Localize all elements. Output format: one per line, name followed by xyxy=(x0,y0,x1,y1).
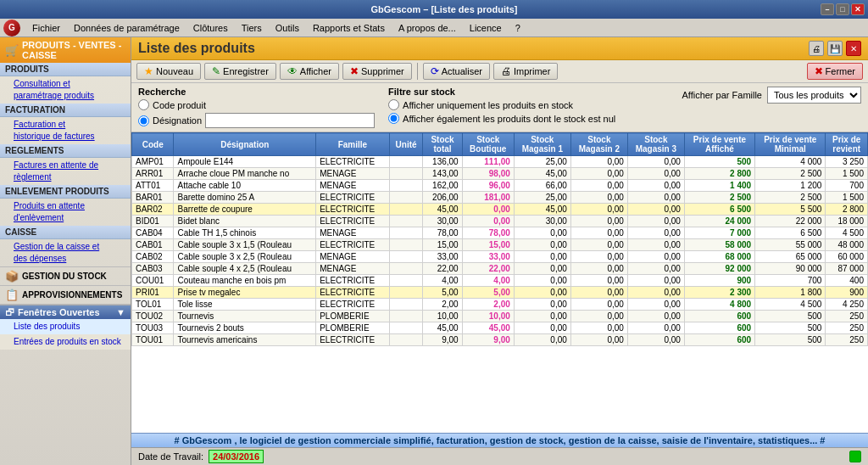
close-button[interactable]: ✕ xyxy=(851,3,865,15)
table-cell-0: TOU03 xyxy=(132,322,174,334)
nouveau-button[interactable]: ★ Nouveau xyxy=(136,63,201,80)
table-cell-5: 10,00 xyxy=(462,311,514,322)
table-row[interactable]: ARR01Arrache cloue PM manche noMENAGE143… xyxy=(132,168,868,180)
filtre2-input[interactable] xyxy=(388,113,399,124)
table-row[interactable]: TOL01Tole lisseELECTRICITE2,002,000,000,… xyxy=(132,299,868,311)
table-cell-11: 250 xyxy=(826,322,868,334)
radio-code-input[interactable] xyxy=(138,99,149,110)
menu-rapports[interactable]: Rapports et Stats xyxy=(306,19,392,37)
col-stock-boutique: StockBoutique xyxy=(462,133,514,156)
table-cell-0: CAB01 xyxy=(132,239,174,251)
menu-outils[interactable]: Outils xyxy=(269,19,306,37)
table-cell-3 xyxy=(389,156,423,168)
table-cell-11: 1 500 xyxy=(826,192,868,204)
maximize-button[interactable]: □ xyxy=(836,3,849,15)
table-row[interactable]: AMP01Ampoule E144ELECTRICITE136,00111,00… xyxy=(132,156,868,168)
menu-clotures[interactable]: Clôtures xyxy=(186,19,235,37)
minimize-button[interactable]: – xyxy=(821,3,834,15)
sidebar-item-gestion-stock[interactable]: 📦 GESTION DU STOCK xyxy=(0,267,131,286)
table-cell-2: PLOMBERIE xyxy=(316,311,389,322)
filtre1-row: Afficher uniquement les produits en stoc… xyxy=(388,99,615,110)
table-cell-3 xyxy=(389,275,423,287)
table-cell-11: 400 xyxy=(826,275,868,287)
sidebar-item-facturation[interactable]: Facturation ethistorique de factures xyxy=(0,117,131,144)
table-cell-6: 0,00 xyxy=(514,299,570,311)
table-row[interactable]: TOU02TournevisPLOMBERIE10,0010,000,000,0… xyxy=(132,311,868,322)
table-cell-6: 45,00 xyxy=(514,204,570,216)
col-prix-minimal: Prix de venteMinimal xyxy=(755,133,826,156)
sidebar-subheader-produits: PRODUITS xyxy=(0,63,131,76)
header-print-icon[interactable]: 🖨 xyxy=(809,41,824,56)
table-cell-4: 9,00 xyxy=(423,334,462,346)
menu-aide[interactable]: ? xyxy=(509,19,527,37)
table-container[interactable]: Code Désignation Famille Unité Stocktota… xyxy=(131,132,868,433)
table-cell-4: 136,00 xyxy=(423,156,462,168)
table-cell-2: MENAGE xyxy=(316,263,389,275)
table-row[interactable]: CAB02Cable souple 3 x 2,5 (RouleauMENAGE… xyxy=(132,251,868,263)
table-cell-3 xyxy=(389,216,423,227)
sidebar-item-enlevement[interactable]: Produits en attented'enlèvement xyxy=(0,199,131,226)
table-cell-10: 5 500 xyxy=(755,204,826,216)
menu-donnees[interactable]: Données de paramétrage xyxy=(67,19,186,37)
table-cell-4: 15,00 xyxy=(423,239,462,251)
sidebar-item-reglements[interactable]: Factures en attente derèglement xyxy=(0,158,131,185)
sidebar-header-produits-ventes: 🛒 PRODUITS - VENTES - CAISSE xyxy=(0,37,131,63)
table-row[interactable]: CAB03Cable souple 4 x 2,5 (RouleauMENAGE… xyxy=(132,263,868,275)
sidebar-item-approvisionnements[interactable]: 📋 APPROVISIONNEMENTS xyxy=(0,286,131,305)
imprimer-button[interactable]: 🖨 Imprimer xyxy=(493,63,558,80)
table-row[interactable]: TOU03Tournevis 2 boutsPLOMBERIE45,0045,0… xyxy=(132,322,868,334)
filtre1-label: Afficher uniquement les produits en stoc… xyxy=(403,100,573,110)
table-cell-7: 0,00 xyxy=(570,192,627,204)
afficher-button[interactable]: 👁 Afficher xyxy=(280,63,339,80)
table-row[interactable]: TOU01Tournevis americainsELECTRICITE9,00… xyxy=(132,334,868,346)
table-cell-9: 600 xyxy=(684,311,754,322)
table-row[interactable]: COU01Couteau manche en bois pmELECTRICIT… xyxy=(132,275,868,287)
table-cell-11: 1 500 xyxy=(826,168,868,180)
radio-designation-input[interactable] xyxy=(138,115,149,126)
table-cell-8: 0,00 xyxy=(627,156,684,168)
table-row[interactable]: CAB04Cable TH 1,5 chinoisMENAGE78,0078,0… xyxy=(132,227,868,239)
search-input[interactable] xyxy=(205,113,375,128)
table-cell-4: 30,00 xyxy=(423,216,462,227)
menu-tiers[interactable]: Tiers xyxy=(235,19,269,37)
table-cell-0: TOL01 xyxy=(132,299,174,311)
fenetre-header: 🗗 Fenêtres Ouvertes ▼ xyxy=(0,305,131,319)
table-cell-10: 6 500 xyxy=(755,227,826,239)
table-cell-1: Barette domino 25 A xyxy=(174,192,316,204)
table-cell-3 xyxy=(389,334,423,346)
sidebar-item-consultation[interactable]: Consultation etparamétrage produits xyxy=(0,76,131,104)
sidebar-item-caisse[interactable]: Gestion de la caisse etdes dépenses xyxy=(0,239,131,266)
header-close-icon[interactable]: ✕ xyxy=(846,41,861,56)
sidebar-item-liste-produits[interactable]: Liste des produits xyxy=(0,319,131,334)
table-cell-2: PLOMBERIE xyxy=(316,322,389,334)
table-row[interactable]: BID01Bidet blancELECTRICITE30,000,0030,0… xyxy=(132,216,868,227)
table-cell-3 xyxy=(389,168,423,180)
table-row[interactable]: BAR02Barrette de coupureELECTRICITE45,00… xyxy=(132,204,868,216)
table-cell-6: 25,00 xyxy=(514,156,570,168)
supprimer-button[interactable]: ✖ Supprimer xyxy=(342,63,412,80)
table-row[interactable]: CAB01Cable souple 3 x 1,5 (RouleauELECTR… xyxy=(132,239,868,251)
famille-select[interactable]: Tous les produits ELECTRICITE MENAGE PLO… xyxy=(767,87,861,104)
table-row[interactable]: ATT01Attache cable 10MENAGE162,0096,0066… xyxy=(132,180,868,192)
imprimer-icon: 🖨 xyxy=(501,65,511,77)
table-cell-10: 4 500 xyxy=(755,299,826,311)
table-cell-10: 500 xyxy=(755,322,826,334)
table-cell-1: Cable souple 4 x 2,5 (Rouleau xyxy=(174,263,316,275)
header-save-icon[interactable]: 💾 xyxy=(827,41,843,56)
menu-fichier[interactable]: Fichier xyxy=(25,19,67,37)
table-row[interactable]: PRI01Prise tv megalecELECTRICITE5,005,00… xyxy=(132,287,868,299)
main-layout: 🛒 PRODUITS - VENTES - CAISSE PRODUITS Co… xyxy=(0,37,868,465)
table-cell-3 xyxy=(389,322,423,334)
table-cell-11: 250 xyxy=(826,311,868,322)
table-cell-0: CAB04 xyxy=(132,227,174,239)
actualiser-button[interactable]: ⟳ Actualiser xyxy=(423,63,490,80)
sidebar-item-entrees-stock[interactable]: Entrées de produits en stock xyxy=(0,334,131,350)
fermer-button[interactable]: ✖ Fermer xyxy=(807,63,863,80)
menu-apropos[interactable]: A propos de... xyxy=(392,19,463,37)
table-row[interactable]: BAR01Barette domino 25 AELECTRICITE206,0… xyxy=(132,192,868,204)
enregistrer-button[interactable]: ✎ Enregistrer xyxy=(204,63,276,80)
table-cell-11: 3 250 xyxy=(826,156,868,168)
filtre1-input[interactable] xyxy=(388,99,399,110)
table-cell-5: 111,00 xyxy=(462,156,514,168)
menu-licence[interactable]: Licence xyxy=(463,19,509,37)
